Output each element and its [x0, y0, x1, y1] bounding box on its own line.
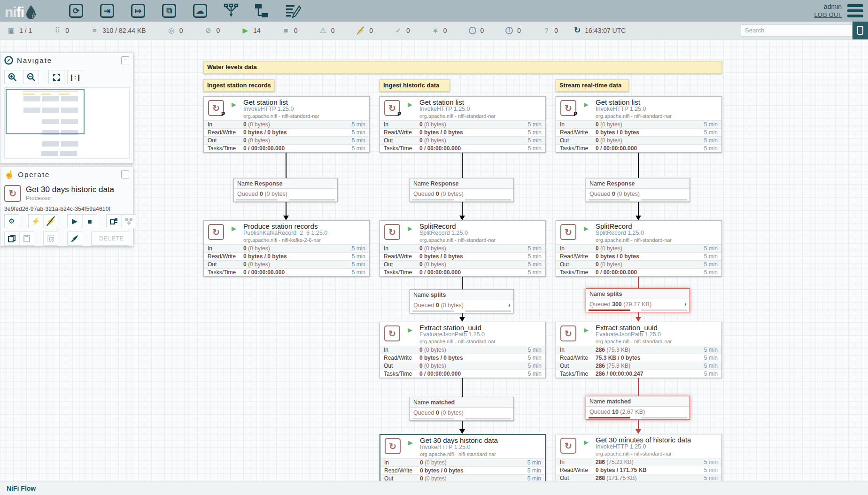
stat-label: Out	[208, 137, 243, 144]
enable-button[interactable]: ⚡	[28, 214, 43, 228]
zoom-out-button[interactable]	[23, 70, 39, 84]
stat-label: Tasks/Time	[384, 145, 419, 152]
collapse-operate-button[interactable]: −	[121, 170, 129, 178]
running-status-icon: ▶	[584, 101, 589, 108]
disable-button[interactable]: ⚡	[43, 214, 58, 228]
stat-value: 0 / 00:00:00.000	[243, 269, 352, 276]
connection-label[interactable]: Name ResponseQueued 0 (0 bytes)	[233, 178, 338, 202]
processor-node[interactable]: ↻▶Produce station recordsPublishKafkaRec…	[203, 220, 370, 277]
stat-value: 0 (0 bytes)	[596, 121, 704, 128]
processor-stat-row: Read/Write0 bytes / 0 bytes5 min	[204, 252, 369, 260]
stat-value: 0 bytes / 0 bytes	[596, 253, 704, 260]
connection-label-warning[interactable]: Name splitsQueued 300 (79.77 KB)◑	[586, 288, 690, 312]
stat-value-rest: (0 bytes)	[247, 245, 270, 252]
logout-link[interactable]: LOG OUT	[814, 11, 842, 19]
minimap-viewport[interactable]	[6, 89, 85, 134]
remote-process-group-tool-icon[interactable]: ☁	[190, 1, 210, 20]
zoom-in-button[interactable]	[4, 70, 20, 84]
processor-stat-row: Read/Write0 bytes / 0 bytes5 min	[380, 252, 545, 260]
process-group-tool-icon[interactable]: ⧉	[159, 1, 179, 20]
fill-color-button[interactable]	[67, 232, 82, 246]
stat-window: 5 min	[528, 121, 542, 128]
stat-value-bold: 286	[596, 347, 605, 353]
revert-version-button[interactable]	[121, 214, 136, 228]
flow-label-water-levels[interactable]: Water levels data	[203, 61, 722, 74]
group-button[interactable]	[43, 232, 58, 246]
processor-stat-row: Tasks/Time0 / 00:00:00.0005 min	[556, 144, 721, 152]
stat-window: 5 min	[704, 269, 718, 276]
save-version-button[interactable]	[106, 214, 121, 228]
stopped-icon: ■	[282, 27, 290, 34]
mobile-view-button[interactable]	[852, 22, 868, 39]
start-button[interactable]: ▶	[67, 214, 82, 228]
flow-label-stream-realtime[interactable]: Stream real-time data	[556, 79, 629, 92]
stat-label: Read/Write	[384, 253, 419, 260]
delete-button[interactable]: DELETE	[91, 232, 129, 246]
processor-node[interactable]: ↻P▶Get station listInvokeHTTP 1.25.0org.…	[380, 96, 546, 153]
connection-label[interactable]: Name ResponseQueued 0 (0 bytes)	[410, 178, 514, 202]
stop-button[interactable]: ■	[82, 214, 97, 228]
sync-failure-icon: ?	[542, 27, 550, 34]
label-tool-icon[interactable]	[283, 1, 303, 20]
refresh-area: ↻ 16:43:07 UTC	[574, 25, 626, 35]
input-port-tool-icon[interactable]: ⇥	[97, 1, 117, 20]
stat-label: Out	[208, 261, 243, 268]
stat-value-rest: (0 bytes)	[423, 347, 446, 353]
funnel-tool-icon[interactable]	[221, 1, 241, 20]
queued-icon: ≡	[91, 27, 98, 34]
stat-value-bold: 0 / 00:00:00.000	[419, 145, 461, 152]
processor-type: EvaluateJsonPath 1.25.0	[596, 331, 719, 338]
processor-name: SplitRecord	[419, 223, 542, 230]
collapse-navigate-button[interactable]: −	[121, 56, 129, 64]
stat-value: 0 (0 bytes)	[419, 347, 528, 353]
output-port-tool-icon[interactable]: ↦	[128, 1, 148, 20]
connection-queued-row: Queued 10 (2.67 KB)	[586, 407, 690, 417]
copy-button[interactable]	[4, 232, 19, 246]
template-tool-icon[interactable]	[252, 1, 272, 20]
configure-button[interactable]: ⚙	[4, 214, 19, 228]
stat-value: 0 (0 bytes)	[419, 261, 528, 268]
connection-label[interactable]: Name splitsQueued 0 (0 bytes)◑	[410, 289, 514, 313]
stat-value: 0 (0 bytes)	[243, 261, 352, 268]
stat-window: 5 min	[352, 253, 365, 260]
connection-name: splits	[431, 292, 446, 298]
search-input[interactable]	[741, 24, 852, 37]
navigate-buttons: ❙:❙	[4, 70, 129, 84]
status-count: 0	[216, 27, 220, 34]
connection-name-row: Name Response	[410, 178, 513, 189]
breadcrumb-root[interactable]: NiFi Flow	[7, 485, 36, 492]
global-menu-icon[interactable]	[847, 4, 863, 17]
connection-queued-row: Queued 0 (0 bytes)	[410, 189, 513, 199]
processor-node[interactable]: ↻P▶Get station listInvokeHTTP 1.25.0org.…	[203, 96, 370, 153]
refresh-icon[interactable]: ↻	[574, 25, 581, 35]
connection-queued-count: 0	[436, 191, 439, 197]
processor-bundle: org.apache.nifi - nifi-standard-nar	[596, 450, 719, 457]
stat-value-rest: (75.23 KB)	[605, 459, 634, 465]
stat-value-rest: (0 bytes)	[247, 137, 270, 144]
processor-name: Get station list	[243, 99, 366, 106]
processor-name: Produce station records	[243, 223, 366, 230]
processor-stat-row: Out0 (0 bytes)5 min	[204, 136, 369, 144]
processor-tool-icon[interactable]: ⟳	[66, 1, 86, 20]
connection-label-warning[interactable]: Name matchedQueued 10 (2.67 KB)	[586, 396, 690, 420]
zoom-actual-button[interactable]: ❙:❙	[67, 70, 83, 84]
birdseye-minimap[interactable]	[4, 87, 130, 159]
processor-node[interactable]: ↻▶SplitRecordSplitRecord 1.25.0org.apach…	[556, 220, 722, 277]
connection-queued-count: 0	[260, 191, 263, 197]
processor-node[interactable]: ↻▶Extract station_uuidEvaluateJsonPath 1…	[556, 322, 722, 378]
processor-node[interactable]: ↻▶Extract station_uuidEvaluateJsonPath 1…	[380, 322, 546, 378]
paste-button[interactable]	[19, 232, 34, 246]
stat-value: 0 (0 bytes)	[243, 137, 352, 144]
processor-bundle: org.apache.nifi - nifi-standard-nar	[419, 338, 542, 345]
queue-size-bar	[289, 199, 335, 201]
processor-node[interactable]: ↻▶SplitRecordSplitRecord 1.25.0org.apach…	[380, 220, 546, 277]
status-count: 0	[517, 27, 521, 34]
connection-label[interactable]: Name matchedQueued 0 (0 bytes)	[410, 397, 514, 421]
zoom-fit-button[interactable]	[48, 70, 64, 84]
stat-value-bold: 0	[419, 261, 423, 268]
flow-label-ingest-historic[interactable]: Ingest historic data	[380, 79, 450, 92]
processor-node[interactable]: ↻P▶Get station listInvokeHTTP 1.25.0org.…	[556, 96, 722, 153]
stat-label: Read/Write	[560, 467, 596, 473]
flow-label-ingest-station[interactable]: Ingest station records	[203, 79, 275, 92]
connection-label[interactable]: Name ResponseQueued 0 (0 bytes)	[586, 178, 690, 202]
